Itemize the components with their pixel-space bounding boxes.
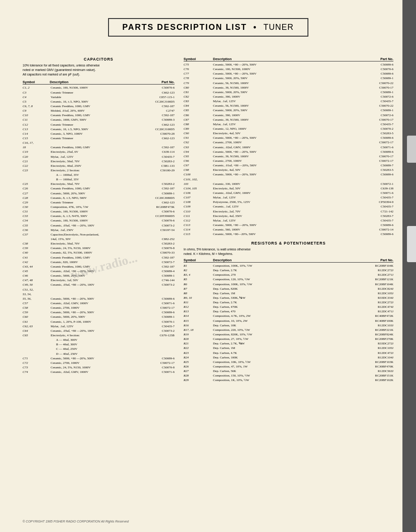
row-symbol: C110	[184, 209, 213, 214]
table-row: R17, 18Composition, 220, 10%, ½WRC20BF22…	[184, 328, 393, 332]
row-description: Electrolytic, 40uf, 250V	[51, 164, 141, 168]
row-description: Polystyrene, 2500, 5%, 125V	[213, 200, 357, 204]
row-part: C592-187	[141, 145, 175, 150]
row-symbol: C108	[184, 200, 213, 204]
table-row: C110Electrolytic, 2uf, 70VC721-142	[184, 209, 393, 214]
table-row: R5Composition, 120, 10%, ½WRC20BF121K	[184, 277, 393, 282]
row-part: C50070-33	[141, 250, 175, 255]
table-row: R14Composition, 4.7K, 10%, 2WRC40BF472K	[184, 314, 393, 318]
row-part: C592-187	[141, 104, 175, 108]
row-part: C50089-6	[357, 62, 393, 67]
table-row: C81Ceramic, 5000, 20%, 500VC50089-1	[184, 90, 393, 94]
row-part: C50072-17	[357, 159, 393, 163]
row-description: Composition, 47, 10%, 1W	[213, 364, 357, 369]
table-row: C86Ceramic, 390, 1000VC50072-6	[184, 113, 393, 118]
row-symbol: C40	[23, 250, 51, 255]
table-row: C100Ceramic, 5000, +80 —20%, 500VC50089-…	[184, 172, 393, 177]
table-row: C93Ceramic, .02uf, GMV, 1000VC50071-6	[184, 145, 393, 150]
page-title: PARTS DESCRIPTION LIST • TUNER	[108, 18, 308, 37]
row-description: Composition, 120, 10%, ½W	[213, 277, 357, 282]
table-row: R26Composition, 47, 10%, 1WRC30BF470K	[184, 364, 393, 369]
row-part: C662-123	[141, 136, 175, 141]
row-description: Dep. Carbon, 1M	[213, 346, 357, 350]
col-symbol-r: Symbol	[184, 57, 213, 61]
copyright: © COPYRIGHT 1965 FISHER RADIO CORPORATIO…	[23, 520, 129, 523]
row-description: Ceramic, .05uf, +80 —20%, 100V	[51, 223, 141, 228]
table-row: R29Composition, 1K, 10%, ½WRC20BF102K	[184, 378, 393, 382]
row-symbol: R24	[184, 355, 213, 360]
table-row: R20Composition, 27, 10%, ½WRC20BF270K	[184, 337, 393, 341]
row-symbol: C27	[23, 191, 51, 196]
col-symbol: Symbol	[23, 80, 50, 84]
row-description: Ceramic, 5000, +80 —20%, 500V	[213, 150, 357, 154]
row-part: C50070-1	[141, 320, 175, 324]
table-row: C19Electrolytic, 25uf, 6VC639-114	[23, 150, 175, 154]
row-part: C50283-2	[141, 241, 175, 246]
row-part: C50070-22	[357, 104, 393, 108]
row-part: C50435-7	[357, 99, 393, 104]
row-part: R12DC563J	[357, 369, 393, 373]
row-symbol: C115	[184, 232, 213, 236]
row-part: C50070-2	[357, 127, 393, 131]
row-part: C50089-1	[357, 108, 393, 113]
row-description: Ceramic, 8, ±.5, NPO, 500V	[51, 196, 141, 200]
row-part: RC20BF104K	[357, 264, 393, 268]
row-description: Ceramic Trimmer	[51, 136, 141, 141]
row-part: C50070-8	[141, 365, 175, 370]
row-symbol: C23	[23, 168, 51, 173]
row-symbol: C34	[23, 218, 51, 223]
capacitors-right-rows: C75Ceramic, 5000, +80 —20%, 500VC50089-6…	[184, 62, 393, 236]
row-description: Ceramic, 5000, +80 —20%, 500V	[213, 136, 357, 140]
row-part: C721-142	[357, 209, 393, 214]
row-part: C50283-5	[357, 131, 393, 136]
row-symbol: R29	[184, 378, 213, 382]
row-symbol: C60	[23, 315, 51, 319]
row-description: Dep. Carbon, 2.7K	[213, 268, 357, 273]
row-symbol: R2	[184, 268, 213, 273]
row-description: Ceramic, 5000, 20%, 500V	[51, 191, 141, 196]
row-symbol: C61	[23, 320, 51, 324]
table-row: C59Ceramic, 5000, +80 —20%, 500VC50089-6	[23, 310, 175, 315]
col-description: Description	[50, 80, 141, 84]
row-description: Dep. Carbon, 820K	[213, 287, 357, 291]
row-part: C50180-29	[141, 168, 175, 173]
row-symbol: C38	[23, 241, 51, 246]
cap-right-col-headers: Symbol Description Part No.	[184, 57, 393, 61]
row-symbol: C77	[184, 71, 213, 76]
row-symbol: C28	[23, 196, 51, 200]
table-row: R9, 10Dep. Carbon, 330K, ⅓WR33DC334J	[184, 296, 393, 300]
row-part: RC20BF102K	[357, 378, 393, 382]
row-symbol: C59	[23, 310, 51, 315]
row-symbol: C111	[184, 214, 213, 218]
res-col-part: Part No.	[357, 258, 393, 262]
row-symbol: C45	[23, 269, 51, 273]
table-row: C58Ceramic, 2700, 1000VC50072-17	[23, 306, 175, 310]
row-symbol: R23	[184, 351, 213, 355]
table-row: C89Ceramic, 12, NPO, 1000VC50070-2	[184, 127, 393, 131]
row-description: Mylar, .1uf, 125V	[213, 122, 357, 127]
row-symbol: C3	[23, 90, 51, 95]
row-symbol: C74	[23, 370, 51, 374]
row-symbol: R26	[184, 364, 213, 369]
title-container: PARTS DESCRIPTION LIST • TUNER	[23, 18, 393, 48]
row-description: Electrolytic, 4uf, 50V	[213, 131, 357, 136]
row-symbol: C100	[184, 172, 213, 177]
row-description: Composition, 27, 10%, ½W	[213, 337, 357, 341]
table-row: C1, 2Ceramic, 100, N1500, 1000VC50070-6	[23, 85, 175, 90]
row-symbol: C4	[23, 95, 51, 99]
row-part: RC20BF151K	[357, 373, 393, 378]
row-part: C50070-6	[141, 85, 175, 90]
table-row: B — 40uf, 300V	[23, 342, 175, 347]
table-row: C — 40uf, 250V	[23, 347, 175, 351]
resistors-note: In ohms, 5% tolerance, ¼ watt unless oth…	[184, 247, 393, 256]
table-row: C34Ceramic, 100, N1500, 1000VC50070-6	[23, 218, 175, 223]
row-symbol: R13	[184, 309, 213, 314]
table-row: C98Electrolytic, 4uf, 50VC50283-5	[184, 168, 393, 172]
row-part: C592-187	[141, 264, 175, 269]
row-description: Ceramic Trimmer	[51, 90, 141, 95]
row-symbol: C112	[184, 218, 213, 223]
table-row: C75Ceramic, 5000, +80 —20%, 500VC50089-6	[184, 62, 393, 67]
row-part: C50070-22	[357, 81, 393, 85]
table-row: C57Ceramic, .02uf, GMV, 1000VC50071-6	[23, 301, 175, 306]
row-part: RC40BF472K	[357, 314, 393, 318]
